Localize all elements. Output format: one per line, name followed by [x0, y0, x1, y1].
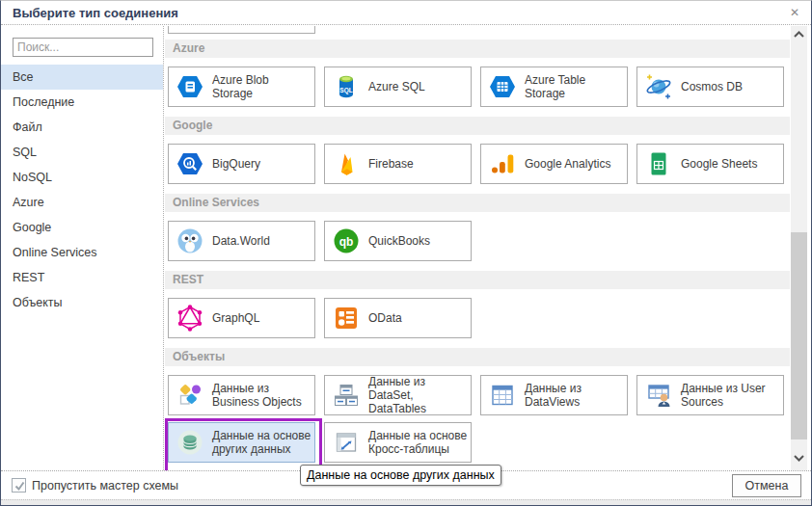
cut-off-card: [168, 26, 315, 34]
connection-card[interactable]: OData: [324, 298, 472, 338]
card-label: QuickBooks: [368, 234, 430, 248]
card-label: BigQuery: [212, 157, 260, 171]
user-sources-icon: [645, 382, 672, 409]
scroll-up-icon[interactable]: [791, 28, 807, 43]
card-label: Cosmos DB: [681, 80, 743, 93]
connection-card[interactable]: SQLAzure SQL: [324, 67, 472, 107]
card-label: Azure Table Storage: [525, 73, 585, 100]
cards-row: BigQueryFirebaseGoogle AnalyticsGoogle S…: [168, 144, 790, 184]
connection-card[interactable]: Данные на основе Кросс-таблицы: [324, 422, 472, 463]
connection-card[interactable]: Google Sheets: [636, 144, 784, 184]
dialog-title: Выберите тип соединения: [13, 6, 178, 20]
svg-text:qb: qb: [339, 235, 354, 249]
connection-card[interactable]: Firebase: [324, 144, 472, 184]
section-header: Google: [165, 117, 790, 135]
sidebar-item-azure[interactable]: Azure: [1, 190, 163, 215]
crosstab-icon: [333, 429, 360, 456]
dataset-datatables-icon: [333, 382, 360, 409]
cards-row: Данные из Business ObjectsДанные из Data…: [168, 375, 790, 415]
cancel-button[interactable]: Отмена: [732, 474, 801, 497]
cards-row: Azure Blob StorageSQLAzure SQLAzure Tabl…: [168, 67, 790, 107]
data-world-icon: [176, 227, 203, 254]
odata-icon: [333, 305, 360, 332]
bigquery-icon: [176, 150, 203, 177]
card-label: Данные на основе Кросс-таблицы: [368, 429, 467, 456]
card-label: Firebase: [368, 157, 414, 171]
connection-card[interactable]: Google Analytics: [480, 144, 628, 184]
checkbox-checked-icon[interactable]: [12, 478, 26, 493]
category-list: ВсеПоследниеФайлSQLNoSQLAzureGoogleOnlin…: [1, 65, 163, 315]
connection-grid: AzureAzure Blob StorageSQLAzure SQLAzure…: [165, 26, 790, 470]
card-label: Azure SQL: [368, 80, 425, 93]
card-label: Данные из User Sources: [681, 382, 766, 409]
card-label: Данные из DataSet, DataTables: [368, 375, 471, 415]
card-label: Google Analytics: [525, 157, 610, 171]
sidebar-item-sql[interactable]: SQL: [1, 140, 163, 165]
card-label: Данные на основе других данных: [212, 429, 311, 456]
title-bar: Выберите тип соединения ✕: [1, 1, 811, 25]
sidebar-item-последние[interactable]: Последние: [1, 90, 163, 115]
connection-card[interactable]: GraphQL: [168, 298, 315, 338]
sidebar-item-google[interactable]: Google: [1, 215, 163, 240]
window-bottom-edge: [1, 499, 811, 506]
card-label: Данные из Business Objects: [212, 382, 302, 409]
sidebar-item-объекты[interactable]: Объекты: [1, 290, 163, 315]
section-header: REST: [165, 271, 790, 289]
connection-card[interactable]: Azure Table Storage: [480, 67, 628, 107]
search-input[interactable]: [13, 38, 153, 57]
category-sidebar: ВсеПоследниеФайлSQLNoSQLAzureGoogleOnlin…: [1, 26, 163, 470]
azure-sql-icon: SQL: [333, 73, 360, 100]
firebase-icon: [333, 150, 360, 177]
card-label: Azure Blob Storage: [212, 73, 269, 100]
connection-type-dialog: Выберите тип соединения ✕ ВсеПоследниеФа…: [0, 0, 812, 506]
dataviews-icon: [489, 382, 516, 409]
sidebar-item-nosql[interactable]: NoSQL: [1, 165, 163, 190]
svg-text:SQL: SQL: [339, 87, 352, 94]
checkbox-label: Пропустить мастер схемы: [32, 479, 178, 493]
connection-card[interactable]: Данные из DataSet, DataTables: [324, 375, 472, 415]
connection-card[interactable]: Cosmos DB: [636, 67, 784, 107]
section-header: Объекты: [165, 348, 790, 366]
business-objects-icon: [176, 382, 203, 409]
azure-table-storage-icon: [489, 73, 516, 100]
sidebar-divider: [163, 26, 164, 470]
sidebar-item-файл[interactable]: Файл: [1, 115, 163, 140]
cards-row: Data.WorldqbQuickBooks: [168, 221, 790, 261]
cosmos-db-icon: [645, 73, 672, 100]
connection-card[interactable]: qbQuickBooks: [324, 221, 472, 261]
other-data-icon: [176, 429, 203, 456]
card-label: Данные из DataViews: [525, 382, 582, 409]
connection-card[interactable]: Data.World: [168, 221, 315, 261]
connection-card[interactable]: Данные из Business Objects: [168, 375, 315, 415]
connection-card[interactable]: Данные из User Sources: [636, 375, 784, 415]
google-sheets-icon: [645, 150, 672, 177]
card-label: Data.World: [212, 234, 270, 248]
skip-schema-wizard-option[interactable]: Пропустить мастер схемы: [12, 478, 178, 493]
cards-row: GraphQLOData: [168, 298, 790, 338]
cards-row: Данные на основе других данныхДанные на …: [168, 422, 790, 463]
card-label: OData: [368, 311, 402, 325]
section-header: Online Services: [165, 194, 790, 212]
sidebar-item-rest[interactable]: REST: [1, 265, 163, 290]
sidebar-item-все[interactable]: Все: [1, 65, 163, 90]
connection-card[interactable]: BigQuery: [168, 144, 315, 184]
quickbooks-icon: qb: [333, 227, 360, 254]
google-analytics-icon: [489, 150, 516, 177]
tooltip: Данные на основе других данных: [300, 465, 501, 486]
close-icon[interactable]: ✕: [787, 5, 802, 20]
connection-card[interactable]: Данные из DataViews: [480, 375, 628, 415]
scrollbar-thumb[interactable]: [791, 232, 807, 439]
scroll-down-icon[interactable]: [791, 451, 807, 466]
vertical-scrollbar[interactable]: [791, 26, 807, 470]
connection-card[interactable]: Данные на основе других данных: [168, 422, 315, 463]
section-header: Azure: [165, 40, 790, 58]
connection-card[interactable]: Azure Blob Storage: [168, 67, 315, 107]
azure-blob-storage-icon: [176, 73, 203, 100]
graphql-icon: [176, 305, 203, 332]
card-label: Google Sheets: [681, 157, 757, 171]
sidebar-item-online-services[interactable]: Online Services: [1, 240, 163, 265]
card-label: GraphQL: [212, 311, 259, 325]
